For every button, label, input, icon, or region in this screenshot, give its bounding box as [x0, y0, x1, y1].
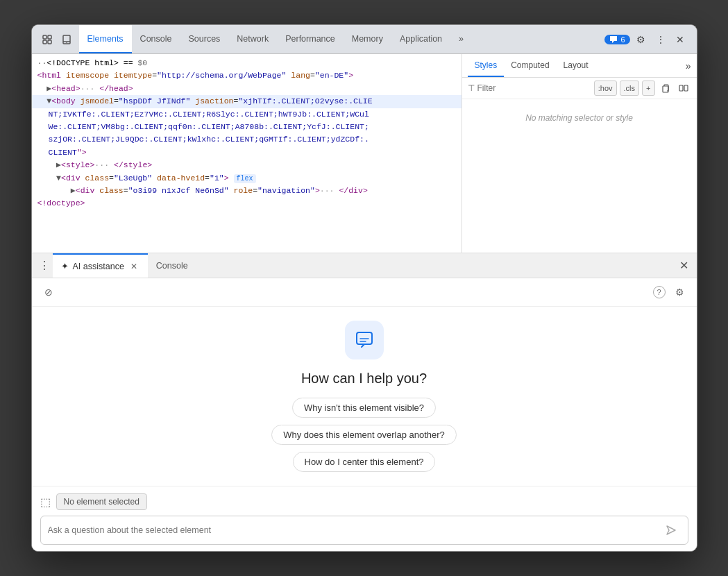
tab-performance[interactable]: Performance [277, 25, 344, 53]
filter-buttons: :hov .cls + [594, 81, 691, 96]
styles-tab-layout[interactable]: Layout [557, 54, 595, 77]
svg-rect-1 [48, 35, 51, 39]
element-cursor-icon: ⬚ [40, 495, 51, 509]
bottom-drawer: ⋮ ✦ AI assistance ✕ Console ✕ ⊘ ? [32, 253, 697, 551]
dom-line-head[interactable]: ▶<head>··· </head> [32, 83, 462, 95]
ai-suggestions: Why isn't this element visible? Why does… [271, 398, 457, 472]
ai-tab-close-btn[interactable]: ✕ [128, 261, 139, 272]
dom-line-html[interactable]: <html itemscope itemtype="http://schema.… [32, 69, 462, 82]
dom-line-body5: CLIENT"> [32, 146, 462, 159]
tabs: Elements Console Sources Network Perform… [79, 25, 605, 53]
settings-icon: ⚙ [636, 34, 645, 45]
ai-chat-icon [355, 330, 374, 350]
tab-bar: Elements Console Sources Network Perform… [32, 25, 697, 54]
ai-send-btn[interactable] [661, 520, 681, 540]
badge-count: 6 [620, 35, 625, 44]
dom-line-body4: szjOR:.CLIENT;JL9QDc:.CLIENT;kWlxhc:.CLI… [32, 133, 462, 146]
toggle-icon [679, 83, 688, 93]
ai-disclaimer: Chat messages and any data the inspected… [40, 550, 688, 551]
ai-settings-btn[interactable]: ⚙ [672, 284, 688, 300]
tab-right-controls: 6 ⚙ ⋮ ✕ [604, 31, 693, 48]
filter-cls-btn[interactable]: .cls [620, 81, 640, 96]
close-icon: ✕ [676, 34, 684, 45]
ai-toolbar-right: ? ⚙ [651, 284, 688, 300]
tab-more[interactable]: » [450, 25, 472, 53]
ai-element-selector: ⬚ No element selected [40, 493, 688, 510]
toggle-styles-btn[interactable] [676, 81, 691, 96]
filter-hov-btn[interactable]: :hov [594, 81, 617, 96]
tab-console[interactable]: Console [132, 25, 180, 53]
devtools-window: Elements Console Sources Network Perform… [31, 24, 697, 552]
send-icon [664, 523, 678, 537]
svg-rect-7 [663, 86, 668, 92]
styles-tab-styles[interactable]: Styles [468, 54, 505, 77]
styles-tab-more[interactable]: » [686, 60, 691, 71]
more-vert-btn[interactable]: ⋮ [652, 31, 669, 48]
tab-bar-icons [35, 31, 79, 48]
dom-line-div[interactable]: ▼<div class="L3eUgb" data-hveid="1"> fle… [32, 172, 462, 185]
drawer-tab-ai[interactable]: ✦ AI assistance ✕ [53, 253, 148, 278]
ai-suggestion-1[interactable]: Why does this element overlap another? [271, 425, 457, 445]
svg-rect-9 [684, 85, 688, 91]
device-icon [61, 34, 72, 45]
tab-application[interactable]: Application [391, 25, 450, 53]
cursor-icon [42, 34, 53, 45]
ai-help-btn[interactable]: ? [651, 284, 668, 300]
close-btn[interactable]: ✕ [672, 31, 688, 48]
element-badge[interactable]: No element selected [56, 493, 147, 510]
filter-input[interactable] [477, 83, 591, 93]
copy-styles-btn[interactable] [658, 81, 673, 96]
svg-rect-3 [48, 40, 51, 44]
ai-question-input[interactable] [48, 525, 656, 535]
dom-line-style[interactable]: ▶<style>··· </style> [32, 159, 462, 171]
dom-content[interactable]: ··<!DOCTYPE html> == $0 <html itemscope … [32, 54, 462, 253]
ai-help-icon: ? [653, 286, 666, 298]
drawer-menu-btn[interactable]: ⋮ [36, 257, 53, 274]
ai-suggestion-0[interactable]: Why isn't this element visible? [292, 398, 436, 418]
svg-rect-2 [43, 40, 46, 44]
styles-panel: Styles Computed Layout » ⊤ :hov .cls + [462, 54, 697, 253]
drawer-tab-bar: ⋮ ✦ AI assistance ✕ Console ✕ [32, 253, 697, 278]
message-icon [609, 35, 618, 44]
svg-rect-0 [43, 35, 46, 39]
tab-network[interactable]: Network [228, 25, 277, 53]
device-icon-btn[interactable] [58, 31, 75, 48]
tab-sources[interactable]: Sources [180, 25, 228, 53]
cursor-icon-btn[interactable] [39, 31, 56, 48]
settings-btn[interactable]: ⚙ [633, 31, 650, 48]
dom-line-doctype2: <!doctype> [32, 197, 462, 210]
ai-input-row [40, 516, 688, 545]
tab-memory[interactable]: Memory [344, 25, 391, 53]
no-match-text: No matching selector or style [462, 99, 697, 137]
styles-tabs: Styles Computed Layout » [462, 54, 697, 78]
dom-panel: ··<!DOCTYPE html> == $0 <html itemscope … [32, 54, 462, 253]
drawer-menu-icon: ⋮ [39, 259, 50, 272]
ai-clear-icon: ⊘ [44, 287, 53, 298]
drawer-tab-ai-label: AI assistance [73, 262, 124, 271]
issue-badge[interactable]: 6 [604, 35, 629, 44]
drawer-close-btn[interactable]: ✕ [676, 257, 693, 274]
filter-add-btn[interactable]: + [642, 81, 654, 96]
styles-tab-computed[interactable]: Computed [504, 54, 556, 77]
filter-icon: ⊤ [468, 83, 475, 93]
copy-icon [661, 83, 670, 93]
main-content: ··<!DOCTYPE html> == $0 <html itemscope … [32, 54, 697, 253]
ai-settings-icon: ⚙ [675, 287, 684, 298]
tab-elements[interactable]: Elements [79, 25, 132, 53]
dom-line-body3: We:.CLIENT;VM8bg:.CLIENT;qqf0n:.CLIENT;A… [32, 121, 462, 133]
more-vert-icon: ⋮ [656, 34, 666, 45]
dom-line-nav[interactable]: ▶<div class="o3i99 n1xJcf Ne6nSd" role="… [32, 185, 462, 197]
ai-main: How can I help you? Why isn't this eleme… [32, 307, 697, 486]
dom-line-body[interactable]: ▼<body jsmodel="hspDDf JfINdf" jsaction=… [32, 95, 462, 108]
dom-line-body2: NT;IVKTfe:.CLIENT;Ez7VMc:.CLIENT;R6Slyc:… [32, 108, 462, 121]
svg-rect-8 [679, 85, 683, 91]
filter-bar: ⊤ :hov .cls + [462, 78, 697, 99]
ai-tab-icon: ✦ [61, 261, 69, 271]
ai-toolbar: ⊘ ? ⚙ [32, 278, 697, 307]
ai-icon-box [345, 321, 384, 359]
ai-clear-btn[interactable]: ⊘ [40, 284, 57, 300]
drawer-tab-console[interactable]: Console [148, 253, 196, 278]
ai-bottom: ⬚ No element selected Chat messages and … [32, 486, 697, 551]
ai-panel: ⊘ ? ⚙ [32, 278, 697, 551]
ai-suggestion-2[interactable]: How do I center this element? [293, 452, 436, 472]
